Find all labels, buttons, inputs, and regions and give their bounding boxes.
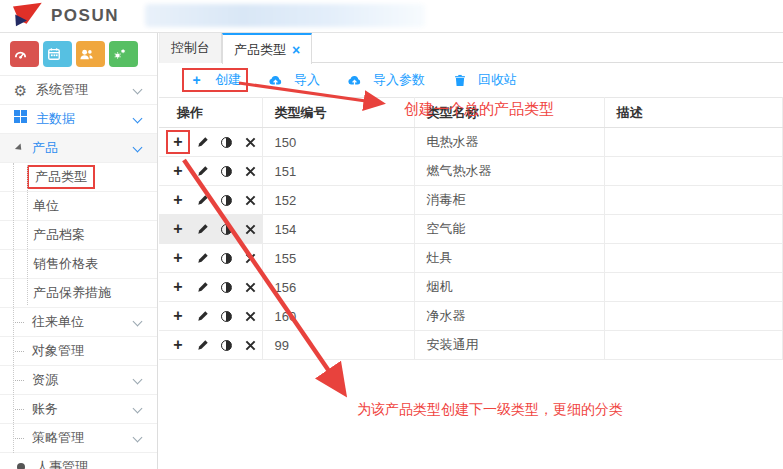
- toolbar-button[interactable]: 导入: [268, 71, 320, 89]
- add-child-icon[interactable]: +: [171, 164, 185, 178]
- redacted-company-name: [145, 4, 425, 27]
- quick-button[interactable]: [76, 41, 105, 67]
- delete-icon[interactable]: [243, 309, 257, 323]
- edit-icon[interactable]: [196, 338, 210, 352]
- sidebar-item[interactable]: 销售价格表: [0, 250, 157, 279]
- cell-description: [604, 331, 783, 360]
- edit-icon[interactable]: [196, 164, 210, 178]
- sidebar-item[interactable]: 产品类型: [0, 163, 157, 192]
- logo: POSUN: [10, 2, 119, 30]
- delete-icon[interactable]: [243, 193, 257, 207]
- cell-description: [604, 128, 783, 157]
- quick-button[interactable]: [10, 41, 39, 67]
- adjust-icon[interactable]: [221, 340, 232, 351]
- adjust-icon[interactable]: [221, 166, 232, 177]
- add-child-icon[interactable]: +: [171, 251, 185, 265]
- add-child-icon[interactable]: +: [171, 338, 185, 352]
- delete-icon[interactable]: [243, 164, 257, 178]
- table-row[interactable]: + 154 空气能: [159, 215, 783, 244]
- table-row[interactable]: + 156 烟机: [159, 273, 783, 302]
- dash-icon: [14, 409, 24, 410]
- sidebar-item-label: 往来单位: [32, 313, 84, 331]
- quick-button[interactable]: [43, 41, 72, 67]
- sidebar-item[interactable]: 人事管理: [0, 453, 157, 469]
- close-tab-icon[interactable]: [292, 43, 300, 57]
- delete-icon[interactable]: [243, 280, 257, 294]
- edit-icon[interactable]: [196, 135, 210, 149]
- delete-icon[interactable]: [243, 135, 257, 149]
- edit-icon[interactable]: [196, 280, 210, 294]
- sidebar: 系统管理 主数据 产品 产品类型 单位: [0, 33, 158, 469]
- add-child-icon[interactable]: +: [171, 280, 185, 294]
- sidebar-item-label: 产品档案: [33, 226, 85, 244]
- toolbar-button-label: 导入参数: [373, 71, 425, 89]
- calendar-icon: [46, 47, 61, 61]
- sidebar-item[interactable]: 系统管理: [0, 76, 157, 105]
- cell-description: [604, 215, 783, 244]
- cell-description: [604, 244, 783, 273]
- sidebar-item[interactable]: 单位: [0, 192, 157, 221]
- cell-type-name: 灶具: [414, 244, 604, 273]
- tab[interactable]: 控制台: [159, 33, 222, 63]
- delete-icon[interactable]: [243, 338, 257, 352]
- sidebar-item-label: 对象管理: [32, 342, 84, 360]
- adjust-icon[interactable]: [221, 195, 232, 206]
- sidebar-item-label: 单位: [33, 197, 59, 215]
- adjust-icon[interactable]: [221, 311, 232, 322]
- toolbar-button[interactable]: + 创建: [182, 68, 248, 92]
- adjust-icon[interactable]: [221, 253, 232, 264]
- col-header-type-code: 类型编号: [262, 98, 414, 128]
- sidebar-item[interactable]: 策略管理: [0, 424, 157, 453]
- chevron-down-icon: [133, 375, 143, 385]
- sidebar-item-label: 资源: [32, 371, 58, 389]
- tab[interactable]: 产品类型: [222, 33, 312, 64]
- trash-icon: [452, 74, 467, 87]
- cell-type-code: 99: [262, 331, 414, 360]
- add-child-icon[interactable]: +: [171, 309, 185, 323]
- toolbar-button[interactable]: 导入参数: [347, 71, 425, 89]
- edit-icon[interactable]: [196, 309, 210, 323]
- adjust-icon[interactable]: [221, 282, 232, 293]
- cell-description: [604, 302, 783, 331]
- table-row[interactable]: + 99 安装通用: [159, 331, 783, 360]
- sidebar-item[interactable]: 产品: [0, 134, 157, 163]
- add-child-icon[interactable]: +: [171, 193, 185, 207]
- cell-type-name: 燃气热水器: [414, 157, 604, 186]
- main-content: 控制台 产品类型 + 创建 导入 导入参数: [159, 33, 783, 469]
- table-row[interactable]: + 155 灶具: [159, 244, 783, 273]
- adjust-icon[interactable]: [221, 224, 232, 235]
- sidebar-menu: 系统管理 主数据 产品 产品类型 单位: [0, 76, 157, 469]
- delete-icon[interactable]: [243, 251, 257, 265]
- adjust-icon[interactable]: [221, 137, 232, 148]
- cell-type-code: 150: [262, 128, 414, 157]
- sidebar-item[interactable]: 产品保养措施: [0, 279, 157, 308]
- sidebar-item[interactable]: 往来单位: [0, 308, 157, 337]
- sidebar-item-label: 账务: [32, 400, 58, 418]
- sidebar-item[interactable]: 产品档案: [0, 221, 157, 250]
- cell-type-code: 154: [262, 215, 414, 244]
- col-header-description: 描述: [604, 98, 783, 128]
- top-header: POSUN: [0, 0, 783, 33]
- quick-button[interactable]: [109, 41, 138, 67]
- sidebar-item[interactable]: 资源: [0, 366, 157, 395]
- sidebar-item-label: 策略管理: [32, 429, 84, 447]
- delete-icon[interactable]: [243, 222, 257, 236]
- cell-type-name: 消毒柜: [414, 186, 604, 215]
- table-row[interactable]: + 160 净水器: [159, 302, 783, 331]
- sidebar-item[interactable]: 对象管理: [0, 337, 157, 366]
- edit-icon[interactable]: [196, 193, 210, 207]
- chevron-down-icon: [133, 404, 143, 414]
- sidebar-item[interactable]: 账务: [0, 395, 157, 424]
- dot-icon: [13, 463, 28, 469]
- table-row[interactable]: + 152 消毒柜: [159, 186, 783, 215]
- tree-connector-line: [27, 165, 28, 305]
- table-row[interactable]: + 151 燃气热水器: [159, 157, 783, 186]
- edit-icon[interactable]: [196, 251, 210, 265]
- add-child-icon[interactable]: +: [171, 222, 185, 236]
- table-row[interactable]: + 150 电热水器: [159, 128, 783, 157]
- cell-type-code: 160: [262, 302, 414, 331]
- edit-icon[interactable]: [196, 222, 210, 236]
- toolbar-button[interactable]: 回收站: [452, 71, 517, 89]
- add-child-icon[interactable]: +: [171, 135, 185, 149]
- sidebar-item[interactable]: 主数据: [0, 105, 157, 134]
